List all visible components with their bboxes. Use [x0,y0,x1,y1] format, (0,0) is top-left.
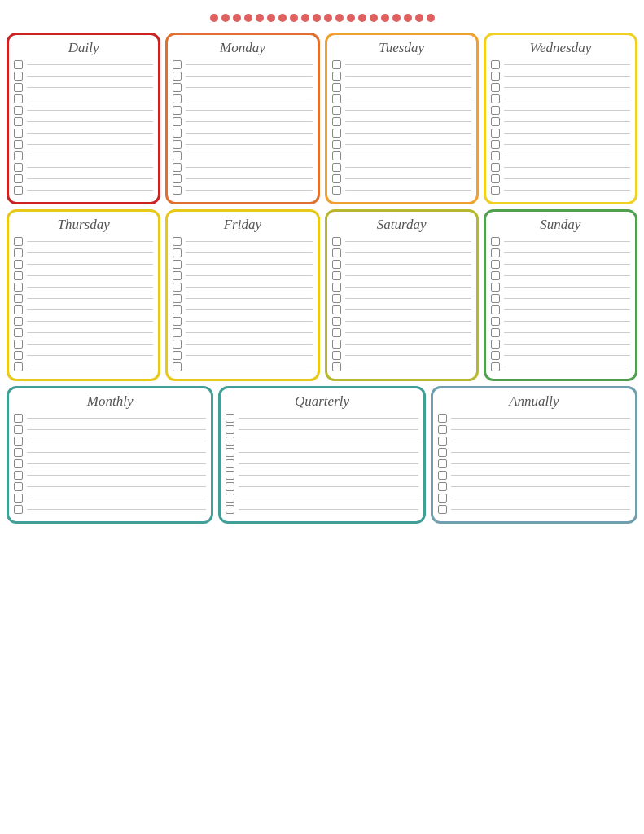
checkbox[interactable] [14,83,23,92]
checkbox[interactable] [438,437,447,446]
checkbox[interactable] [438,471,447,480]
checkbox[interactable] [491,340,500,349]
checkbox[interactable] [14,248,23,257]
list-item[interactable] [491,328,630,337]
checkbox[interactable] [14,163,23,172]
list-item[interactable] [438,437,630,446]
list-item[interactable] [14,174,153,183]
list-item[interactable] [332,294,471,303]
list-item[interactable] [332,260,471,269]
checkbox[interactable] [491,294,500,303]
list-item[interactable] [491,117,630,126]
list-item[interactable] [14,151,153,160]
checkbox[interactable] [14,294,23,303]
checkbox[interactable] [332,117,341,126]
checkbox[interactable] [173,186,182,195]
checkbox[interactable] [173,271,182,280]
checkbox[interactable] [173,351,182,360]
list-item[interactable] [14,140,153,149]
list-item[interactable] [491,260,630,269]
list-item[interactable] [14,448,206,457]
checkbox[interactable] [173,129,182,138]
checkbox[interactable] [14,271,23,280]
checkbox[interactable] [491,237,500,246]
list-item[interactable] [438,482,630,491]
list-item[interactable] [332,151,471,160]
list-item[interactable] [14,414,206,423]
list-item[interactable] [173,106,312,115]
list-item[interactable] [438,471,630,480]
checkbox[interactable] [14,117,23,126]
checkbox[interactable] [173,174,182,183]
list-item[interactable] [14,328,153,337]
list-item[interactable] [332,72,471,81]
checkbox[interactable] [332,248,341,257]
list-item[interactable] [173,317,312,326]
checkbox[interactable] [14,305,23,314]
checkbox[interactable] [173,117,182,126]
list-item[interactable] [332,140,471,149]
checkbox[interactable] [491,186,500,195]
list-item[interactable] [332,117,471,126]
list-item[interactable] [14,351,153,360]
checkbox[interactable] [332,174,341,183]
list-item[interactable] [491,60,630,69]
checkbox[interactable] [438,505,447,514]
checkbox[interactable] [491,72,500,81]
checkbox[interactable] [14,129,23,138]
list-item[interactable] [173,151,312,160]
list-item[interactable] [14,94,153,103]
list-item[interactable] [14,106,153,115]
list-item[interactable] [173,83,312,92]
list-item[interactable] [173,94,312,103]
checkbox[interactable] [491,129,500,138]
checkbox[interactable] [14,425,23,434]
checkbox[interactable] [14,362,23,371]
list-item[interactable] [173,260,312,269]
checkbox[interactable] [332,351,341,360]
list-item[interactable] [332,174,471,183]
list-item[interactable] [491,129,630,138]
list-item[interactable] [226,448,418,457]
checkbox[interactable] [332,140,341,149]
checkbox[interactable] [14,174,23,183]
list-item[interactable] [14,163,153,172]
list-item[interactable] [226,459,418,468]
list-item[interactable] [14,482,206,491]
checkbox[interactable] [438,414,447,423]
checkbox[interactable] [438,482,447,491]
checkbox[interactable] [332,340,341,349]
list-item[interactable] [173,140,312,149]
checkbox[interactable] [14,482,23,491]
checkbox[interactable] [173,72,182,81]
list-item[interactable] [491,106,630,115]
checkbox[interactable] [14,459,23,468]
checkbox[interactable] [491,283,500,292]
checkbox[interactable] [226,425,234,434]
list-item[interactable] [14,283,153,292]
checkbox[interactable] [226,471,234,480]
list-item[interactable] [332,283,471,292]
list-item[interactable] [14,260,153,269]
list-item[interactable] [173,271,312,280]
checkbox[interactable] [491,83,500,92]
list-item[interactable] [491,362,630,371]
checkbox[interactable] [226,414,234,423]
list-item[interactable] [438,459,630,468]
checkbox[interactable] [491,362,500,371]
list-item[interactable] [491,72,630,81]
list-item[interactable] [14,305,153,314]
list-item[interactable] [491,271,630,280]
list-item[interactable] [332,60,471,69]
list-item[interactable] [332,340,471,349]
list-item[interactable] [491,94,630,103]
checkbox[interactable] [14,186,23,195]
list-item[interactable] [438,494,630,503]
list-item[interactable] [438,448,630,457]
list-item[interactable] [332,328,471,337]
list-item[interactable] [332,237,471,246]
checkbox[interactable] [173,248,182,257]
list-item[interactable] [173,328,312,337]
list-item[interactable] [173,117,312,126]
list-item[interactable] [173,60,312,69]
